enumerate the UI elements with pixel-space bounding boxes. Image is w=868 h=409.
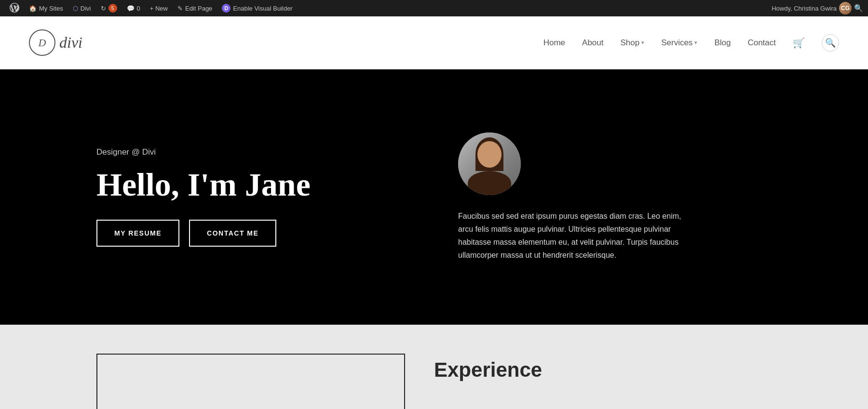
nav-contact[interactable]: Contact xyxy=(747,38,776,48)
admin-bar: 🏠 My Sites ⬡ Divi ↻ 5 💬 0 + New ✎ Edit P… xyxy=(0,0,868,16)
edit-page-item[interactable]: ✎ Edit Page xyxy=(173,0,217,16)
nav-contact-label: Contact xyxy=(747,38,776,48)
services-chevron-icon: ▾ xyxy=(694,40,697,46)
nav-services[interactable]: Services ▾ xyxy=(661,38,697,48)
home-icon: 🏠 xyxy=(29,5,37,12)
resume-button[interactable]: MY RESUME xyxy=(96,220,179,247)
divi-icon: ⬡ xyxy=(73,5,78,12)
hero-right: Faucibus sed sed erat ipsum purus egesta… xyxy=(410,132,772,262)
divi-builder-icon: D xyxy=(222,4,231,13)
wp-logo-item[interactable] xyxy=(5,0,24,16)
edit-icon: ✎ xyxy=(177,5,183,12)
comments-icon: 💬 xyxy=(127,5,135,12)
comments-count: 0 xyxy=(137,5,140,12)
experience-section: Experience xyxy=(0,325,868,409)
nav-services-label: Services xyxy=(661,38,692,48)
admin-avatar[interactable]: CG xyxy=(839,2,852,14)
edit-page-label: Edit Page xyxy=(185,5,212,12)
hero-description: Faucibus sed sed erat ipsum purus egesta… xyxy=(458,210,690,262)
logo-text: divi xyxy=(59,34,82,52)
nav-home-label: Home xyxy=(543,38,565,48)
updates-item[interactable]: ↻ 5 xyxy=(96,0,122,16)
visual-builder-item[interactable]: D Enable Visual Builder xyxy=(217,0,297,16)
visual-builder-label: Enable Visual Builder xyxy=(233,5,292,12)
shop-chevron-icon: ▾ xyxy=(641,40,644,46)
hero-subtitle: Designer @ Divi xyxy=(96,147,410,157)
search-admin-icon[interactable]: 🔍 xyxy=(854,4,863,13)
cart-icon[interactable]: 🛒 xyxy=(793,37,805,49)
nav-blog-label: Blog xyxy=(714,38,731,48)
my-sites-item[interactable]: 🏠 My Sites xyxy=(24,0,68,16)
nav-shop[interactable]: Shop ▾ xyxy=(620,38,644,48)
new-label: + New xyxy=(150,5,168,12)
site-logo[interactable]: D divi xyxy=(29,29,82,56)
divi-label: Divi xyxy=(81,5,91,12)
wp-logo-icon xyxy=(10,3,19,14)
contact-button[interactable]: CONTACT ME xyxy=(189,220,276,247)
experience-card xyxy=(96,354,405,409)
nav-home[interactable]: Home xyxy=(543,38,565,48)
hero-section: Designer @ Divi Hello, I'm Jane MY RESUM… xyxy=(0,69,868,325)
nav-shop-label: Shop xyxy=(620,38,639,48)
nav-blog[interactable]: Blog xyxy=(714,38,731,48)
updates-count: 5 xyxy=(108,4,117,13)
nav-about-label: About xyxy=(582,38,603,48)
updates-icon: ↻ xyxy=(101,5,106,12)
site-nav: Home About Shop ▾ Services ▾ Blog Contac… xyxy=(543,34,839,52)
divi-item[interactable]: ⬡ Divi xyxy=(68,0,96,16)
howdy-text: Howdy, Christina Gwira xyxy=(772,5,837,12)
site-header: D divi Home About Shop ▾ Services ▾ Blog… xyxy=(0,16,868,69)
logo-letter: D xyxy=(39,37,46,49)
hero-title: Hello, I'm Jane xyxy=(96,167,410,203)
logo-circle-icon: D xyxy=(29,29,55,56)
experience-title: Experience xyxy=(434,354,542,382)
admin-bar-right: Howdy, Christina Gwira CG 🔍 xyxy=(772,2,863,14)
comments-item[interactable]: 💬 0 xyxy=(122,0,145,16)
avatar xyxy=(458,132,521,195)
new-item[interactable]: + New xyxy=(145,0,173,16)
my-sites-label: My Sites xyxy=(39,5,63,12)
search-icon[interactable]: 🔍 xyxy=(822,34,839,52)
nav-about[interactable]: About xyxy=(582,38,603,48)
hero-left: Designer @ Divi Hello, I'm Jane MY RESUM… xyxy=(96,147,410,247)
hero-buttons: MY RESUME CONTACT ME xyxy=(96,220,410,247)
